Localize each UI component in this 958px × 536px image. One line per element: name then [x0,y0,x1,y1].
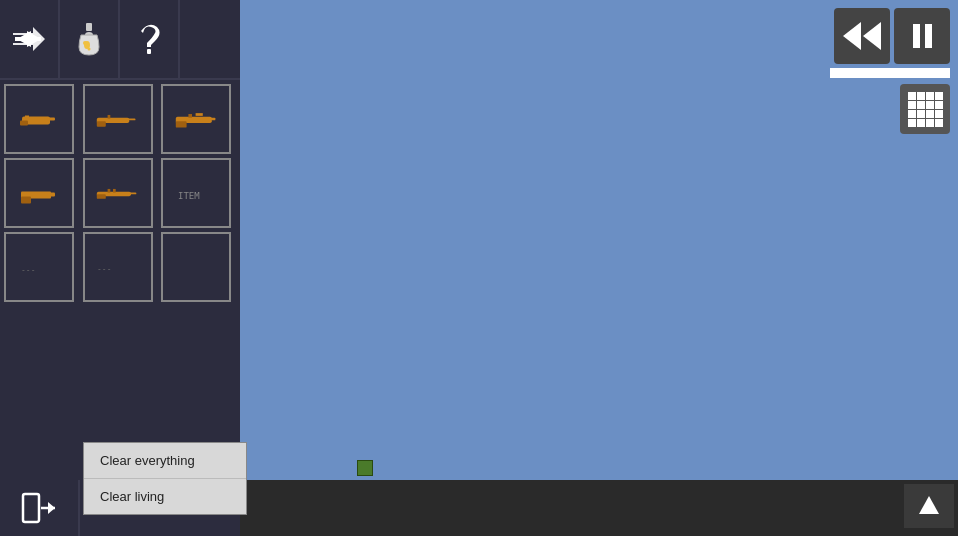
help-button[interactable] [120,0,180,79]
svg-rect-36 [23,494,39,522]
svg-rect-11 [147,49,151,54]
swap-button[interactable]: ⇄ [0,0,60,79]
top-toolbar: ⇄ [0,0,240,80]
svg-rect-19 [108,115,111,119]
exit-button[interactable] [0,480,80,536]
svg-rect-32 [113,189,116,193]
svg-point-9 [83,41,87,45]
grid-item-1[interactable] [83,84,153,154]
svg-text:ITEM: ITEM [178,191,200,201]
svg-rect-13 [47,118,55,121]
grid-item-4[interactable] [83,158,153,228]
grid-item-2[interactable] [161,84,231,154]
svg-rect-23 [188,114,192,118]
pause-button[interactable] [894,8,950,64]
svg-rect-17 [127,119,136,121]
svg-text:⇄: ⇄ [24,29,35,49]
item-grid: ITEM --- --- [0,80,240,306]
grid-item-3[interactable] [4,158,74,228]
context-menu: Clear everything Clear living [83,442,247,515]
bottom-right-button[interactable] [904,484,954,528]
ground [240,480,958,536]
top-right-controls [830,0,958,78]
svg-rect-30 [97,194,106,199]
svg-rect-6 [86,23,92,31]
grid-icon [908,92,943,127]
svg-rect-22 [176,121,187,127]
grid-item-7[interactable]: --- [83,232,153,302]
potion-button[interactable] [60,0,120,79]
rewind-button[interactable] [834,8,890,64]
media-controls [834,8,950,64]
green-square-object [357,460,373,476]
svg-marker-38 [48,502,55,514]
svg-rect-14 [20,121,28,126]
clear-living-button[interactable]: Clear living [84,479,246,514]
svg-rect-21 [208,118,215,121]
progress-bar [830,68,950,78]
svg-rect-26 [49,193,55,197]
svg-point-10 [88,48,91,51]
svg-text:---: --- [97,265,111,274]
grid-item-6[interactable]: --- [4,232,74,302]
grid-toggle-button[interactable] [900,84,950,134]
svg-rect-18 [97,121,106,126]
svg-rect-24 [195,113,202,116]
svg-rect-29 [129,193,136,195]
svg-marker-39 [919,496,939,514]
svg-rect-31 [108,189,111,193]
grid-item-8[interactable] [161,232,231,302]
svg-rect-27 [21,197,31,204]
clear-everything-button[interactable]: Clear everything [84,443,246,479]
grid-item-5[interactable]: ITEM [161,158,231,228]
grid-item-0[interactable] [4,84,74,154]
svg-text:---: --- [21,266,35,275]
svg-rect-15 [25,116,29,119]
